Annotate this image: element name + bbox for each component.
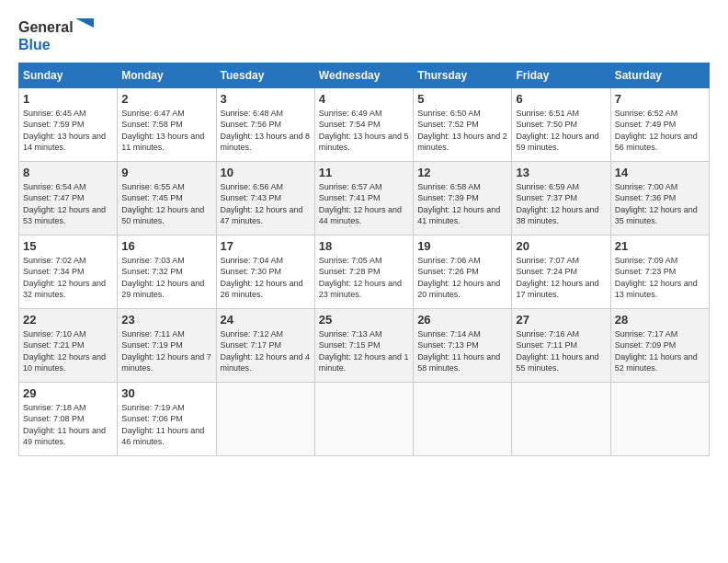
sunrise-label: Sunrise: 6:47 AM	[121, 109, 185, 118]
sunrise-label: Sunrise: 6:48 AM	[221, 109, 284, 118]
day-header-monday: Monday	[118, 63, 216, 87]
day-header-tuesday: Tuesday	[216, 63, 314, 87]
day-header-thursday: Thursday	[414, 63, 512, 87]
daylight-label: Daylight: 12 hours and 41 minutes.	[417, 205, 500, 226]
daylight-label: Daylight: 12 hours and 13 minutes.	[615, 279, 698, 300]
sunset-label: Sunset: 7:39 PM	[417, 193, 479, 202]
day-number: 21	[615, 239, 705, 253]
week-row-4: 22 Sunrise: 7:10 AM Sunset: 7:21 PM Dayl…	[19, 308, 710, 382]
daylight-label: Daylight: 12 hours and 4 minutes.	[221, 352, 311, 373]
day-info: Sunrise: 7:00 AM Sunset: 7:36 PM Dayligh…	[615, 181, 705, 227]
day-number: 29	[23, 386, 113, 400]
day-number: 6	[516, 92, 606, 106]
day-number: 28	[615, 313, 705, 327]
calendar-cell: 11 Sunrise: 6:57 AM Sunset: 7:41 PM Dayl…	[314, 161, 413, 235]
calendar-cell: 9 Sunrise: 6:55 AM Sunset: 7:45 PM Dayli…	[118, 161, 216, 235]
day-number: 5	[417, 92, 507, 106]
sunset-label: Sunset: 7:49 PM	[615, 120, 677, 129]
daylight-label: Daylight: 12 hours and 38 minutes.	[516, 205, 598, 226]
day-info: Sunrise: 7:13 AM Sunset: 7:15 PM Dayligh…	[319, 328, 409, 374]
sunrise-label: Sunrise: 6:49 AM	[319, 109, 382, 118]
calendar-cell: 1 Sunrise: 6:45 AM Sunset: 7:59 PM Dayli…	[19, 87, 118, 161]
daylight-label: Daylight: 13 hours and 8 minutes.	[221, 132, 311, 153]
daylight-label: Daylight: 12 hours and 26 minutes.	[221, 279, 303, 300]
calendar-cell: 3 Sunrise: 6:48 AM Sunset: 7:56 PM Dayli…	[216, 87, 314, 161]
calendar-cell: 22 Sunrise: 7:10 AM Sunset: 7:21 PM Dayl…	[19, 308, 118, 382]
sunset-label: Sunset: 7:13 PM	[417, 340, 479, 350]
day-number: 13	[516, 166, 606, 179]
sunrise-label: Sunrise: 7:06 AM	[417, 256, 481, 265]
sunset-label: Sunset: 7:26 PM	[417, 267, 479, 276]
day-info: Sunrise: 6:56 AM Sunset: 7:43 PM Dayligh…	[221, 181, 311, 227]
day-header-saturday: Saturday	[610, 63, 709, 87]
daylight-label: Daylight: 12 hours and 29 minutes.	[121, 279, 204, 300]
calendar-cell: 6 Sunrise: 6:51 AM Sunset: 7:50 PM Dayli…	[512, 87, 610, 161]
daylight-label: Daylight: 12 hours and 1 minute.	[319, 352, 409, 373]
sunset-label: Sunset: 7:06 PM	[121, 414, 183, 423]
sunset-label: Sunset: 7:58 PM	[121, 120, 183, 129]
daylight-label: Daylight: 11 hours and 55 minutes.	[516, 352, 598, 373]
calendar-cell: 18 Sunrise: 7:05 AM Sunset: 7:28 PM Dayl…	[314, 235, 413, 308]
daylight-label: Daylight: 11 hours and 46 minutes.	[121, 426, 204, 447]
day-info: Sunrise: 7:09 AM Sunset: 7:23 PM Dayligh…	[615, 255, 705, 301]
sunrise-label: Sunrise: 7:05 AM	[319, 256, 382, 265]
daylight-label: Daylight: 12 hours and 50 minutes.	[121, 205, 204, 226]
day-info: Sunrise: 7:16 AM Sunset: 7:11 PM Dayligh…	[516, 328, 606, 374]
sunrise-label: Sunrise: 6:52 AM	[615, 109, 678, 118]
calendar-cell: 10 Sunrise: 6:56 AM Sunset: 7:43 PM Dayl…	[216, 161, 314, 235]
sunset-label: Sunset: 7:54 PM	[319, 120, 381, 129]
day-info: Sunrise: 7:11 AM Sunset: 7:19 PM Dayligh…	[121, 328, 211, 374]
day-info: Sunrise: 7:18 AM Sunset: 7:08 PM Dayligh…	[23, 402, 113, 448]
calendar-cell: 4 Sunrise: 6:49 AM Sunset: 7:54 PM Dayli…	[314, 87, 413, 161]
day-info: Sunrise: 7:14 AM Sunset: 7:13 PM Dayligh…	[417, 328, 507, 374]
day-number: 27	[516, 313, 606, 327]
daylight-label: Daylight: 11 hours and 58 minutes.	[417, 352, 500, 373]
calendar-cell	[216, 382, 314, 455]
sunset-label: Sunset: 7:15 PM	[319, 340, 381, 350]
calendar-cell: 21 Sunrise: 7:09 AM Sunset: 7:23 PM Dayl…	[610, 235, 709, 308]
calendar-cell: 29 Sunrise: 7:18 AM Sunset: 7:08 PM Dayl…	[19, 382, 118, 455]
day-number: 23	[121, 313, 211, 327]
sunset-label: Sunset: 7:47 PM	[23, 193, 85, 202]
day-number: 18	[319, 239, 409, 253]
daylight-label: Daylight: 12 hours and 23 minutes.	[319, 279, 402, 300]
sunset-label: Sunset: 7:24 PM	[516, 267, 577, 276]
sunrise-label: Sunrise: 6:54 AM	[23, 182, 86, 191]
day-info: Sunrise: 6:47 AM Sunset: 7:58 PM Dayligh…	[121, 108, 211, 154]
calendar-cell: 24 Sunrise: 7:12 AM Sunset: 7:17 PM Dayl…	[216, 308, 314, 382]
day-info: Sunrise: 6:49 AM Sunset: 7:54 PM Dayligh…	[319, 108, 409, 154]
sunrise-label: Sunrise: 7:16 AM	[516, 329, 579, 339]
sunrise-label: Sunrise: 7:02 AM	[23, 256, 86, 265]
sunrise-label: Sunrise: 7:04 AM	[221, 256, 284, 265]
sunrise-label: Sunrise: 7:09 AM	[615, 256, 678, 265]
day-info: Sunrise: 6:51 AM Sunset: 7:50 PM Dayligh…	[516, 108, 606, 154]
day-number: 16	[121, 239, 211, 253]
day-number: 10	[221, 166, 311, 179]
day-info: Sunrise: 7:03 AM Sunset: 7:32 PM Dayligh…	[121, 255, 211, 301]
daylight-label: Daylight: 12 hours and 17 minutes.	[516, 279, 598, 300]
sunset-label: Sunset: 7:56 PM	[221, 120, 282, 129]
calendar-cell: 2 Sunrise: 6:47 AM Sunset: 7:58 PM Dayli…	[118, 87, 216, 161]
sunset-label: Sunset: 7:50 PM	[516, 120, 577, 129]
sunrise-label: Sunrise: 7:03 AM	[121, 256, 185, 265]
day-header-wednesday: Wednesday	[314, 63, 413, 87]
sunrise-label: Sunrise: 6:55 AM	[121, 182, 185, 191]
sunrise-label: Sunrise: 7:12 AM	[221, 329, 284, 339]
sunrise-label: Sunrise: 6:58 AM	[417, 182, 481, 191]
sunset-label: Sunset: 7:17 PM	[221, 340, 282, 350]
sunset-label: Sunset: 7:30 PM	[221, 267, 282, 276]
sunset-label: Sunset: 7:08 PM	[23, 414, 85, 423]
calendar-cell: 28 Sunrise: 7:17 AM Sunset: 7:09 PM Dayl…	[610, 308, 709, 382]
sunset-label: Sunset: 7:32 PM	[121, 267, 183, 276]
sunset-label: Sunset: 7:36 PM	[615, 193, 677, 202]
daylight-label: Daylight: 12 hours and 53 minutes.	[23, 205, 106, 226]
daylight-label: Daylight: 13 hours and 14 minutes.	[23, 132, 106, 153]
sunset-label: Sunset: 7:21 PM	[23, 340, 85, 350]
day-number: 1	[23, 92, 113, 106]
page-header: General Blue	[18, 18, 710, 53]
sunset-label: Sunset: 7:41 PM	[319, 193, 381, 202]
daylight-label: Daylight: 12 hours and 59 minutes.	[516, 132, 598, 153]
day-info: Sunrise: 6:55 AM Sunset: 7:45 PM Dayligh…	[121, 181, 211, 227]
day-number: 12	[417, 166, 507, 179]
day-info: Sunrise: 7:19 AM Sunset: 7:06 PM Dayligh…	[121, 402, 211, 448]
